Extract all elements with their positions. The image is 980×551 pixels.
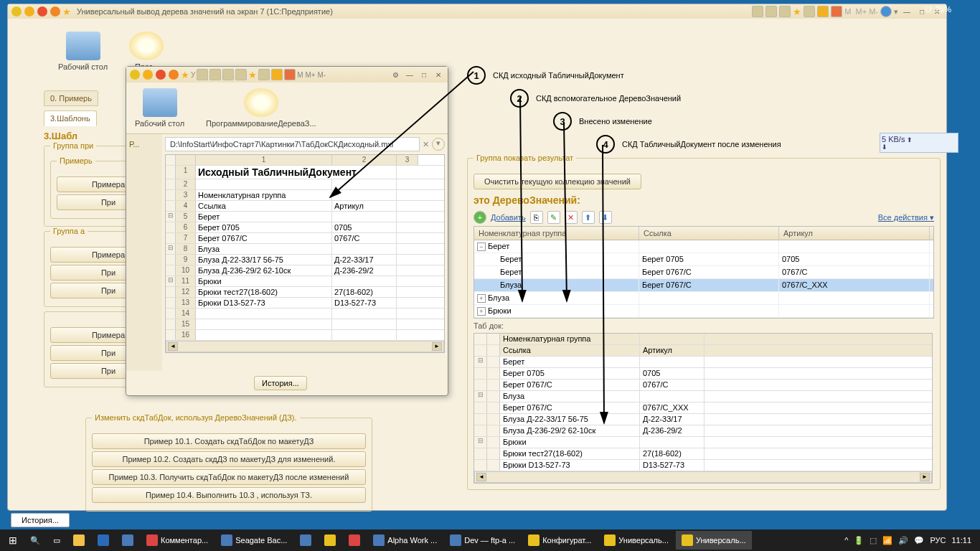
child-nav[interactable]: Р...: [126, 134, 162, 371]
calc-icon[interactable]: [271, 69, 283, 80]
minimize-button[interactable]: —: [403, 70, 416, 80]
toolbar-icon[interactable]: [258, 69, 270, 80]
settings-icon[interactable]: ⚙: [389, 70, 402, 80]
copy-icon[interactable]: ⎘: [530, 211, 543, 224]
task-item[interactable]: [343, 531, 366, 550]
history-button[interactable]: История...: [254, 376, 307, 390]
task-item-active[interactable]: Универсаль...: [676, 531, 752, 550]
status-right: U: 25%: [925, 5, 951, 14]
save-icon[interactable]: [197, 69, 208, 80]
m-buttons[interactable]: M M+ M-: [297, 71, 326, 79]
task-item[interactable]: Alpha Work ...: [367, 531, 443, 550]
annotation-2: 2: [510, 89, 529, 108]
scrollbar-h[interactable]: ◄►: [474, 471, 932, 483]
example-10-4-button[interactable]: Пример 10.4. Выполнить 10.3 , используя …: [92, 487, 366, 503]
edit-icon[interactable]: ✎: [547, 211, 560, 224]
history-button-main[interactable]: История...: [11, 513, 70, 527]
col-header[interactable]: Номенклатурная группа: [474, 227, 639, 240]
window-button[interactable]: [169, 70, 179, 80]
clear-collection-button[interactable]: Очистить текущую коллекцию значений: [473, 174, 641, 189]
star-icon[interactable]: ★: [793, 6, 801, 17]
col-header[interactable]: Артикул: [779, 227, 930, 240]
section-prog[interactable]: ПрограммированиеДереваЗ...: [206, 88, 316, 128]
wifi-icon[interactable]: 📶: [882, 536, 892, 545]
section-prog[interactable]: Прог...: [129, 32, 164, 71]
tray-up-icon[interactable]: ^: [844, 536, 848, 545]
help-icon[interactable]: [880, 6, 892, 17]
section-desktop[interactable]: Рабочий стол: [58, 32, 108, 71]
print-icon[interactable]: [765, 6, 777, 17]
window-button[interactable]: [37, 6, 47, 17]
scrollbar-h[interactable]: ◄►: [166, 341, 444, 352]
toolbar-icon[interactable]: [804, 6, 815, 17]
annotation-3: 3: [553, 112, 572, 131]
example-10-2-button[interactable]: Пример 10.2. Создать скдДЗ по макетуДЗ д…: [92, 451, 366, 467]
close-button[interactable]: ✕: [432, 70, 445, 80]
minimize-button[interactable]: —: [900, 6, 913, 17]
right-pane: 1СКД исходный ТабличныйДокумент 2СКД всп…: [467, 62, 941, 494]
all-actions-button[interactable]: Все действия ▾: [878, 213, 934, 222]
doc-path[interactable]: D:\InfoStart\ИнфоСтарт7\Картинки7\ТабДок…: [165, 137, 420, 151]
start-button[interactable]: ⊞: [3, 531, 23, 550]
example-10-3-button[interactable]: Пример 10.3. Получить скдТабДок по макет…: [92, 469, 366, 485]
section-desktop[interactable]: Рабочий стол: [135, 88, 184, 128]
tab-examples[interactable]: 0. Примерь: [44, 90, 98, 106]
tab-templates[interactable]: 3.Шаблонь: [44, 110, 97, 126]
maximize-button[interactable]: □: [418, 70, 430, 80]
preview-icon[interactable]: [222, 69, 234, 80]
volume-icon[interactable]: 🔊: [898, 536, 908, 545]
move-up-icon[interactable]: ⬆: [582, 211, 595, 224]
calc-icon[interactable]: [817, 6, 829, 17]
lamp-icon: [66, 32, 100, 60]
delete-icon[interactable]: ✕: [565, 211, 578, 224]
dropdown-icon[interactable]: ▾: [894, 7, 898, 17]
window-button[interactable]: [24, 6, 34, 17]
lang-indicator[interactable]: РУС: [930, 536, 946, 545]
add-button[interactable]: Добавить: [491, 213, 526, 222]
change-group: Изменить скдТабДок, используя ДеревоЗнач…: [85, 418, 372, 512]
task-item[interactable]: Seagate Bac...: [215, 531, 293, 550]
m-buttons[interactable]: M M+ M-: [844, 7, 878, 16]
calendar-icon[interactable]: [831, 6, 842, 17]
annotation-4: 4: [596, 135, 615, 154]
move-down-icon[interactable]: ⬇: [599, 211, 612, 224]
taskbar: ⊞ 🔍 ▭ Комментар... Seagate Bac... Alpha …: [0, 529, 980, 551]
tray-icon[interactable]: ⬚: [870, 536, 877, 545]
task-item[interactable]: Конфигурат...: [522, 531, 597, 550]
toolbar-icon[interactable]: [752, 6, 763, 17]
network-widget: 5 KB/s ⬆⬇: [880, 133, 958, 153]
col-header[interactable]: Ссылка: [639, 227, 779, 240]
task-item[interactable]: [294, 531, 317, 550]
task-item[interactable]: [319, 531, 341, 550]
edge-icon[interactable]: [92, 531, 115, 550]
result-group: Группа показать результат Очистить текущ…: [467, 158, 941, 490]
search-icon[interactable]: 🔍: [24, 531, 46, 550]
task-item[interactable]: Комментар...: [141, 531, 214, 550]
close-tab-icon[interactable]: ✕: [423, 140, 429, 149]
print-icon[interactable]: [209, 69, 221, 80]
task-item[interactable]: Универсаль...: [598, 531, 674, 550]
calendar-icon[interactable]: [284, 69, 296, 80]
explorer-icon[interactable]: [67, 531, 90, 550]
add-icon[interactable]: +: [473, 211, 486, 224]
window-button[interactable]: [143, 70, 153, 80]
window-button[interactable]: [50, 6, 60, 17]
star-icon[interactable]: ★: [248, 70, 257, 80]
store-icon[interactable]: [116, 531, 139, 550]
task-item[interactable]: Dev — ftp-а ...: [444, 531, 521, 550]
battery-icon[interactable]: 🔋: [854, 536, 864, 545]
nav-icon[interactable]: ▾: [432, 138, 445, 151]
example-10-1-button[interactable]: Пример 10.1. Создать скдТабДок по макету…: [92, 433, 366, 449]
tree-toolbar: + Добавить ⎘ ✎ ✕ ⬆ ⬇ Все действия ▾: [473, 209, 934, 226]
toolbar-icon[interactable]: [779, 6, 791, 17]
clock[interactable]: 11:11: [951, 536, 971, 545]
star-icon[interactable]: ★: [181, 70, 189, 80]
star-icon: ★: [62, 6, 71, 17]
window-button[interactable]: [156, 70, 166, 80]
toolbar-icon[interactable]: [235, 69, 247, 80]
app-icon: [130, 70, 140, 80]
task-view-icon[interactable]: ▭: [47, 531, 66, 550]
tree-table: Номенклатурная группа Ссылка Артикул −Бе…: [473, 226, 934, 319]
spreadsheet[interactable]: 123 1Исходный ТабличныйДокумент 2 3Номен…: [165, 154, 445, 353]
notif-icon[interactable]: 💬: [914, 536, 924, 545]
